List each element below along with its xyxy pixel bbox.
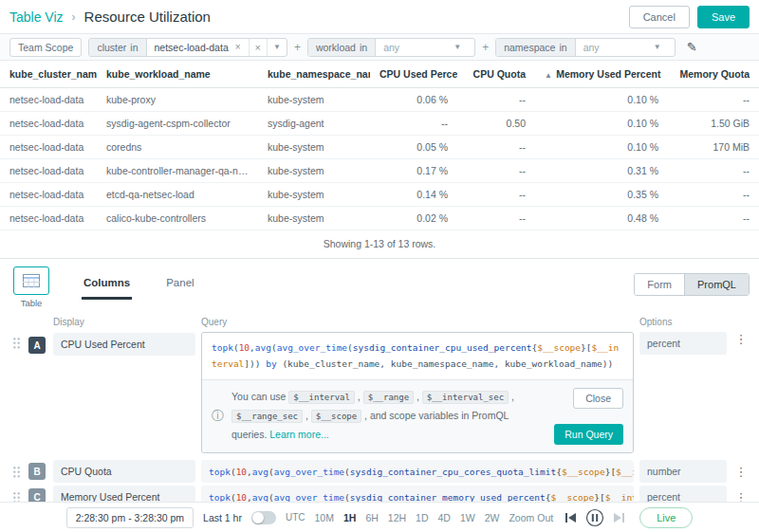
filter-value[interactable]: any ▼ xyxy=(576,39,675,56)
table-cell: netsec-load-data xyxy=(0,159,97,183)
query-row-b: B CPU Quota topk(10,avg(avg_over_time(sy… xyxy=(0,460,759,483)
options-select[interactable]: number xyxy=(639,460,727,483)
options-select[interactable]: percent xyxy=(639,332,727,355)
clear-filter-icon[interactable]: × xyxy=(250,39,267,56)
utc-toggle[interactable] xyxy=(251,511,276,524)
table-cell: 0.06 % xyxy=(370,88,457,112)
table-viz-button[interactable] xyxy=(13,266,49,295)
drag-handle-icon[interactable] xyxy=(12,491,21,502)
table-row[interactable]: netsec-load-dataetcd-qa-netsec-loadkube-… xyxy=(0,183,759,207)
form-mode-button[interactable]: Form xyxy=(635,274,684,295)
cancel-button[interactable]: Cancel xyxy=(629,6,690,28)
close-hint-button[interactable]: Close xyxy=(573,388,623,409)
table-cell: netsec-load-data xyxy=(0,183,97,207)
promql-hint-box: ⓘ You can use $__interval , $__range , $… xyxy=(202,379,633,452)
row-menu-icon[interactable]: ⋮ xyxy=(735,490,748,502)
remove-value-icon[interactable]: × xyxy=(235,42,241,52)
query-letter-badge: A xyxy=(28,337,46,354)
column-header[interactable]: ▲ Memory Used Percent xyxy=(535,61,668,88)
breadcrumb[interactable]: Table Viz xyxy=(9,9,64,25)
hint-actions: Close Run Query xyxy=(554,388,623,445)
preset-4d[interactable]: 4D xyxy=(438,512,451,523)
table-row[interactable]: netsec-load-datakube-proxykube-system0.0… xyxy=(0,88,759,112)
table-cell: kube-controller-manager-qa-netsec-load xyxy=(97,159,258,183)
table-cell: 0.48 % xyxy=(535,207,668,230)
row-menu-icon[interactable]: ⋮ xyxy=(735,465,748,479)
skip-back-icon[interactable] xyxy=(565,512,577,523)
row-menu-icon[interactable]: ⋮ xyxy=(735,332,748,346)
options-select[interactable]: percent xyxy=(639,486,727,502)
viz-type-card[interactable]: Table xyxy=(9,266,53,308)
drag-handle-icon[interactable] xyxy=(12,337,21,349)
promql-query-input[interactable]: topk(10,avg(avg_over_time(sysdig_contain… xyxy=(201,460,634,483)
promql-variable-chip: $__interval_sec xyxy=(422,391,509,404)
scope-bar: Team Scope clusterin netsec-load-data × … xyxy=(0,34,759,61)
run-query-button[interactable]: Run Query xyxy=(554,424,623,445)
preset-1w[interactable]: 1W xyxy=(460,512,475,523)
table-cell: netsec-load-data xyxy=(0,136,97,159)
chevron-down-icon[interactable]: ▼ xyxy=(448,43,467,51)
learn-more-link[interactable]: Learn more... xyxy=(269,429,328,440)
table-row[interactable]: netsec-load-datacalico-kube-controllersk… xyxy=(0,207,759,230)
table-cell: 1.50 GiB xyxy=(668,112,759,136)
scope-filter-namespace: namespacein any ▼ xyxy=(495,38,675,57)
column-header[interactable]: kube_workload_name xyxy=(97,61,258,88)
drag-handle-icon[interactable] xyxy=(12,466,21,478)
column-header[interactable]: kube_cluster_name xyxy=(0,61,97,88)
promql-variable-chip: $__scope xyxy=(311,410,361,423)
chevron-down-icon[interactable]: ▼ xyxy=(648,43,667,51)
preset-6h[interactable]: 6H xyxy=(365,512,378,523)
save-button[interactable]: Save xyxy=(697,6,750,28)
table-cell: -- xyxy=(457,207,535,230)
team-scope-label: Team Scope xyxy=(9,38,82,57)
panel-tabs: Columns Panel xyxy=(82,266,196,300)
header: Table Viz › Resource Utilization Cancel … xyxy=(0,0,759,34)
table-cell: -- xyxy=(668,88,759,112)
chevron-down-icon[interactable]: ▼ xyxy=(268,39,287,56)
header-actions: Cancel Save xyxy=(629,6,750,28)
pause-icon[interactable] xyxy=(585,508,604,527)
column-header[interactable]: CPU Used Percent xyxy=(370,61,457,88)
tab-columns[interactable]: Columns xyxy=(82,266,132,300)
zoom-out-button[interactable]: Zoom Out xyxy=(509,512,553,523)
display-name-input[interactable]: CPU Quota xyxy=(53,460,195,483)
preset-12h[interactable]: 12H xyxy=(388,512,406,523)
table-cell: kube-system xyxy=(258,183,370,207)
edit-scope-icon[interactable]: ✎ xyxy=(687,40,697,54)
table-cell: -- xyxy=(370,112,457,136)
promql-query-input[interactable]: topk(10,avg(avg_over_time(sysdig_contain… xyxy=(201,486,634,502)
column-header[interactable]: CPU Quota xyxy=(457,61,535,88)
time-range-label[interactable]: Last 1 hr xyxy=(203,512,242,523)
column-header[interactable]: Memory Quota xyxy=(668,61,759,88)
table-cell: sysdig-agent-cspm-collector xyxy=(97,112,258,136)
column-header[interactable]: kube_namespace_name xyxy=(258,61,370,88)
mode-toggle: Form PromQL xyxy=(634,273,750,296)
table-row[interactable]: netsec-load-datakube-controller-manager-… xyxy=(0,159,759,183)
breadcrumb-separator-icon: › xyxy=(72,10,76,24)
table-cell: 170 MiB xyxy=(668,136,759,159)
table-cell: -- xyxy=(457,136,535,159)
skip-forward-icon[interactable] xyxy=(613,512,625,523)
add-filter-separator: + xyxy=(294,41,301,54)
table-row[interactable]: netsec-load-datasysdig-agent-cspm-collec… xyxy=(0,112,759,136)
filter-value[interactable]: any ▼ xyxy=(376,39,474,56)
display-name-input[interactable]: CPU Used Percent xyxy=(53,333,195,356)
table-cell: 0.14 % xyxy=(370,183,457,207)
preset-1h[interactable]: 1H xyxy=(343,512,356,523)
preset-2w[interactable]: 2W xyxy=(485,512,500,523)
table-cell: -- xyxy=(668,183,759,207)
table-row[interactable]: netsec-load-datacorednskube-system0.05 %… xyxy=(0,136,759,159)
promql-query-input[interactable]: topk(10,avg(avg_over_time(sysdig_contain… xyxy=(202,333,633,379)
promql-mode-button[interactable]: PromQL xyxy=(684,274,749,295)
promql-variable-chip: $__interval xyxy=(288,391,355,404)
display-name-input[interactable]: Memory Used Percent xyxy=(53,486,195,502)
display-column-header: Display xyxy=(53,317,195,327)
tab-panel[interactable]: Panel xyxy=(164,266,195,300)
preset-1d[interactable]: 1D xyxy=(416,512,428,523)
table-viz-icon xyxy=(23,274,40,287)
live-button[interactable]: Live xyxy=(639,507,693,528)
table-cell: 0.50 xyxy=(457,112,535,136)
preset-10m[interactable]: 10M xyxy=(315,512,334,523)
time-range-display[interactable]: 2:28:30 pm - 3:28:30 pm xyxy=(66,507,194,528)
filter-value[interactable]: netsec-load-data × xyxy=(147,39,249,56)
